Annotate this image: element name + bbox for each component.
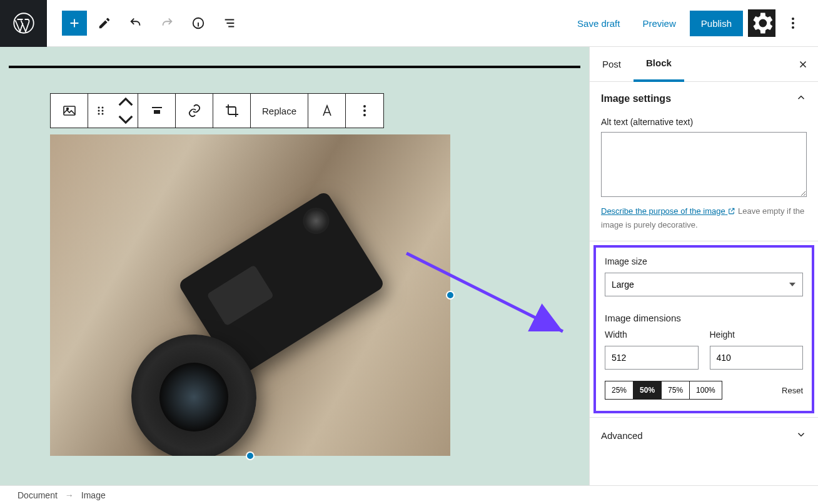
editor-header: Save draft Preview Publish [0,0,818,47]
percentage-group: 25% 50% 75% 100% [605,381,722,400]
breadcrumb-root[interactable]: Document [18,490,58,500]
image-size-label: Image size [605,256,803,266]
align-icon [149,103,164,118]
describe-image-link[interactable]: Describe the purpose of the image [601,206,735,216]
alt-text-input[interactable] [601,132,807,197]
block-type-button[interactable] [51,94,88,128]
image-settings-panel: Image settings Alt text (alternative tex… [590,82,818,241]
editor-canvas-scroll[interactable]: Replace [0,47,589,485]
close-icon [797,59,809,70]
outline-icon [223,16,236,30]
wordpress-icon [13,12,35,34]
chevron-down-icon [795,429,807,442]
reset-button[interactable]: Reset [782,386,803,395]
chevron-up-icon [118,94,133,109]
resize-handle-bottom[interactable] [246,451,255,460]
pct-75-button[interactable]: 75% [662,381,690,399]
link-icon [187,103,202,118]
separator-block[interactable] [9,66,580,68]
chevron-down-icon [118,112,133,127]
svg-point-9 [102,113,104,115]
outline-button[interactable] [216,9,243,37]
pct-50-button[interactable]: 50% [634,381,662,399]
block-toolbar: Replace [50,93,384,128]
height-input[interactable] [710,346,804,370]
more-menu-button[interactable] [780,9,805,37]
svg-rect-2 [64,106,75,115]
pct-25-button[interactable]: 25% [605,381,634,399]
image-settings-title: Image settings [601,93,671,104]
alt-text-label: Alt text (alternative text) [601,117,807,127]
breadcrumb: Document → Image [0,485,818,504]
right-toolbar: Save draft Preview Publish [568,9,818,37]
height-label: Height [710,330,804,340]
crop-icon [225,103,240,118]
svg-rect-11 [154,110,160,114]
tab-post[interactable]: Post [590,47,634,82]
undo-icon [129,16,143,30]
crop-button[interactable] [213,94,251,128]
text-overlay-button[interactable] [308,94,346,128]
svg-point-3 [66,108,68,110]
image-preview [50,134,450,456]
more-vertical-icon [792,18,794,29]
advanced-toggle[interactable]: Advanced [590,418,818,453]
image-size-select[interactable]: Large [605,273,803,296]
svg-point-4 [98,107,100,109]
image-size-highlight: Image size Large Image dimensions Width … [593,245,814,413]
image-dimensions-label: Image dimensions [605,313,803,323]
edit-mode-button[interactable] [91,9,118,37]
editor-canvas-wrap: Replace [0,47,589,485]
alt-text-help: Describe the purpose of the image Leave … [601,205,807,231]
drag-handle[interactable] [88,94,113,128]
settings-sidebar[interactable]: Post Block Image settings Alt text (alte… [589,47,818,485]
close-panel-button[interactable] [788,59,818,70]
svg-rect-10 [152,107,162,108]
drag-icon [93,103,108,118]
width-input[interactable] [605,346,699,370]
align-button[interactable] [138,94,176,128]
pencil-icon [98,16,111,30]
save-draft-button[interactable]: Save draft [568,12,629,35]
replace-button[interactable]: Replace [251,94,308,128]
info-button[interactable] [184,9,212,37]
editor-canvas[interactable]: Replace [0,47,589,485]
text-icon [320,103,335,118]
settings-button[interactable] [748,9,775,37]
svg-point-8 [98,113,100,115]
plus-icon [68,16,81,30]
svg-point-7 [102,110,104,112]
image-block[interactable] [50,134,450,456]
breadcrumb-arrow-icon: → [65,490,74,500]
svg-point-5 [102,107,104,109]
more-vertical-icon [363,105,366,116]
block-more-button[interactable] [346,94,383,128]
preview-button[interactable]: Preview [634,12,684,35]
info-icon [191,16,205,30]
pct-100-button[interactable]: 100% [690,381,722,399]
redo-button[interactable] [153,9,181,37]
publish-button[interactable]: Publish [690,11,743,36]
image-settings-toggle[interactable]: Image settings [601,92,807,106]
svg-point-6 [98,110,100,112]
width-label: Width [605,330,699,340]
link-button[interactable] [176,94,213,128]
add-block-button[interactable] [62,11,87,36]
undo-button[interactable] [122,9,149,37]
breadcrumb-current[interactable]: Image [81,490,106,500]
sidebar-tabs: Post Block [590,47,818,82]
wordpress-logo[interactable] [0,0,47,47]
chevron-up-icon [795,92,807,106]
image-icon [62,103,77,118]
redo-icon [160,16,174,30]
resize-handle-right[interactable] [446,291,455,300]
gear-icon [748,9,775,37]
advanced-label: Advanced [601,430,643,441]
move-up-down[interactable] [113,94,138,128]
tab-block[interactable]: Block [634,47,684,82]
external-link-icon [727,206,735,219]
left-toolbar [47,9,243,37]
